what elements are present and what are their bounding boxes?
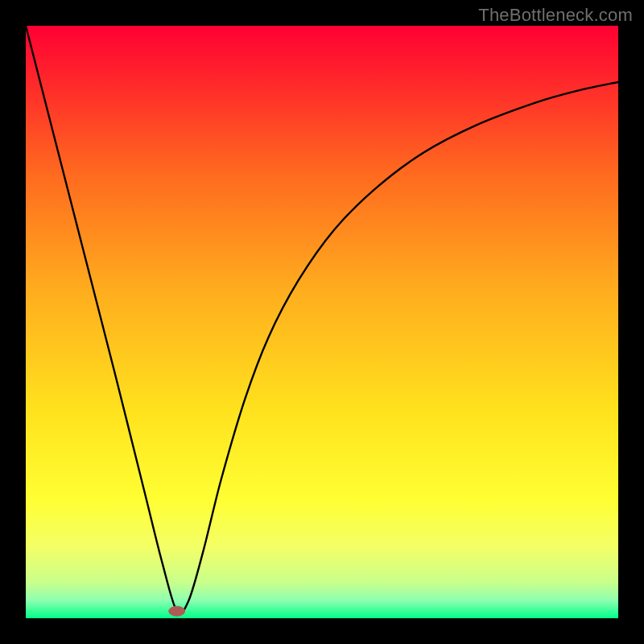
minimum-marker	[169, 606, 185, 616]
chart-background	[26, 26, 618, 618]
stage: TheBottleneck.com	[0, 0, 644, 644]
plot-area	[26, 26, 618, 618]
watermark-text: TheBottleneck.com	[478, 5, 633, 26]
bottleneck-chart	[26, 26, 618, 618]
